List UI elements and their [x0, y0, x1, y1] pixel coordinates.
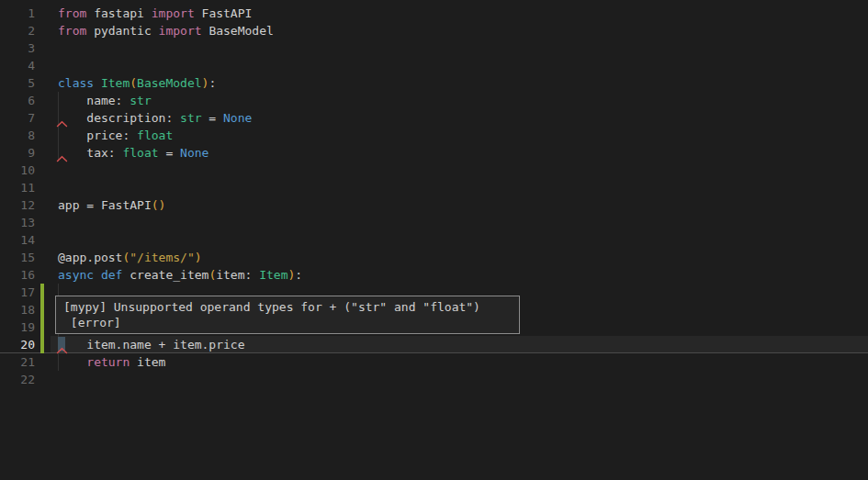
- code-token: Item: [101, 76, 130, 90]
- line-number: 10: [0, 162, 35, 179]
- code-token: float: [122, 146, 158, 160]
- code-token: item:: [216, 268, 259, 282]
- line-number: 22: [0, 371, 35, 388]
- code-line[interactable]: 6 name: str: [0, 92, 868, 109]
- code-text: from fastapi import FastAPI: [58, 5, 252, 22]
- code-line[interactable]: 11: [0, 179, 868, 196]
- code-text: @app.post("/items/"): [58, 249, 202, 266]
- line-number: 1: [0, 5, 35, 22]
- line-number: 11: [0, 179, 35, 196]
- code-token: import: [159, 24, 202, 38]
- code-text: app = FastAPI(): [58, 196, 165, 214]
- code-token: [94, 268, 101, 282]
- code-text: price: float: [58, 127, 173, 144]
- code-text: async def create_item(item: Item):: [58, 266, 302, 284]
- line-number: 9: [0, 144, 35, 162]
- line-number: 14: [0, 231, 35, 249]
- git-added-indicator: [40, 318, 44, 336]
- code-text: tax: float = None: [58, 144, 209, 162]
- line-number: 5: [0, 74, 35, 92]
- code-text: from pydantic import BaseModel: [58, 22, 274, 39]
- line-number: 3: [0, 39, 35, 57]
- code-token: (: [130, 76, 137, 90]
- code-text: name: str: [58, 92, 152, 109]
- code-line[interactable]: 7 description: str = None: [0, 109, 868, 127]
- git-added-indicator: [40, 336, 44, 353]
- code-token: app = FastAPI: [58, 198, 152, 212]
- code-token: =: [159, 146, 180, 160]
- code-line[interactable]: 1from fastapi import FastAPI: [0, 5, 868, 22]
- line-number: 7: [0, 109, 35, 127]
- code-line[interactable]: 5class Item(BaseModel):: [0, 74, 868, 92]
- code-line[interactable]: 21 return item: [0, 353, 868, 371]
- line-number: 21: [0, 353, 35, 371]
- code-token: (): [152, 198, 166, 212]
- code-text: item.name + item.price: [58, 336, 245, 353]
- code-token: price:: [58, 128, 137, 142]
- code-token: from: [58, 24, 86, 38]
- tooltip-severity: [error]: [63, 315, 512, 330]
- line-number: 6: [0, 92, 35, 109]
- code-token: class: [58, 76, 94, 90]
- code-token: None: [223, 111, 252, 125]
- code-token: "/items/": [130, 251, 194, 264]
- code-token: from: [58, 6, 86, 20]
- line-number: 19: [0, 318, 35, 336]
- line-number: 13: [0, 214, 35, 231]
- code-line[interactable]: 9 tax: float = None: [0, 144, 868, 162]
- line-number: 18: [0, 301, 35, 318]
- code-line[interactable]: 15@app.post("/items/"): [0, 249, 868, 266]
- code-token: :: [295, 268, 302, 282]
- line-number: 15: [0, 249, 35, 266]
- code-text: class Item(BaseModel):: [58, 74, 216, 92]
- line-number: 12: [0, 196, 35, 214]
- code-token: pydantic: [86, 24, 158, 38]
- code-token: =: [202, 111, 223, 125]
- code-token: [94, 76, 101, 90]
- line-number: 16: [0, 266, 35, 284]
- code-token: def: [101, 268, 122, 282]
- code-text: return item: [58, 353, 165, 371]
- code-token: str: [130, 94, 151, 107]
- diagnostic-error-squiggle-icon: [56, 347, 68, 354]
- code-token: BaseModel: [137, 76, 201, 90]
- code-editor: 1from fastapi import FastAPI2from pydant…: [0, 0, 868, 480]
- line-number: 17: [0, 284, 35, 301]
- code-token: @app.post: [58, 251, 122, 264]
- git-added-indicator: [40, 301, 44, 318]
- line-number: 8: [0, 127, 35, 144]
- line-number: 20: [0, 336, 35, 353]
- diagnostic-error-squiggle-icon: [56, 120, 68, 128]
- code-line[interactable]: 3: [0, 39, 868, 57]
- git-added-indicator: [40, 284, 44, 301]
- diagnostic-error-squiggle-icon: [56, 155, 68, 162]
- code-line[interactable]: 8 price: float: [0, 127, 868, 144]
- code-line[interactable]: 10: [0, 162, 868, 179]
- code-line[interactable]: 20 item.name + item.price: [0, 336, 868, 353]
- tooltip-message: [mypy] Unsupported operand types for + (…: [63, 299, 512, 315]
- code-line[interactable]: 14: [0, 231, 868, 249]
- code-token: create_item: [122, 268, 209, 282]
- code-line[interactable]: 12app = FastAPI(): [0, 196, 868, 214]
- code-token: None: [180, 146, 209, 160]
- code-token: import: [152, 6, 195, 20]
- code-line[interactable]: 2from pydantic import BaseModel: [0, 22, 868, 39]
- line-number: 4: [0, 57, 35, 74]
- code-token: async: [58, 268, 94, 282]
- code-token: str: [180, 111, 201, 125]
- code-token: return: [86, 355, 130, 369]
- diagnostic-tooltip: [mypy] Unsupported operand types for + (…: [55, 296, 520, 334]
- code-line[interactable]: 13: [0, 214, 868, 231]
- code-line[interactable]: 4: [0, 57, 868, 74]
- code-token: :: [209, 76, 216, 90]
- code-token: item.name + item.price: [58, 338, 245, 352]
- code-token: name:: [58, 94, 130, 107]
- code-token: [58, 355, 86, 369]
- code-token: fastapi: [86, 6, 151, 20]
- code-token: FastAPI: [195, 6, 253, 20]
- code-text: description: str = None: [58, 109, 252, 127]
- code-line[interactable]: 22: [0, 371, 868, 388]
- code-token: float: [137, 128, 173, 142]
- code-token: BaseModel: [202, 24, 274, 38]
- code-line[interactable]: 16async def create_item(item: Item):: [0, 266, 868, 284]
